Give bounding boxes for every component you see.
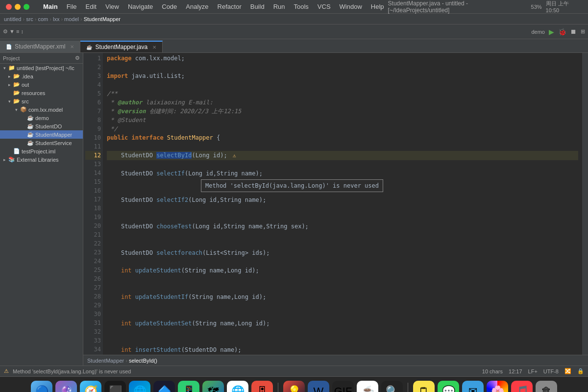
run-button[interactable]: ▶	[549, 28, 554, 36]
menu-code[interactable]: Code	[158, 2, 181, 11]
code-line-26	[107, 275, 578, 284]
tree-studentmapper-label: StudentMapper	[35, 132, 72, 138]
ide-main: Project ⚙ ▾ 📁 untitled [testProject] ~/I…	[0, 53, 588, 366]
breadcrumb-item-model[interactable]: model	[64, 16, 79, 22]
dock-terminal[interactable]: ⬛	[104, 381, 126, 392]
dock-gifsicle[interactable]: GIF	[332, 381, 354, 392]
dock-search[interactable]: 🔍	[381, 381, 403, 392]
editor-area[interactable]: 12345 678910 1112131415 1617181920 21222…	[83, 53, 588, 366]
code-line-13	[107, 160, 578, 169]
dock-siri[interactable]: 🔮	[55, 381, 77, 392]
dock-music[interactable]: 🎵	[511, 381, 533, 392]
code-line-34: int insertStudent(StudentDO name);	[107, 345, 578, 354]
dock-touchbar[interactable]: 🎛	[251, 381, 273, 392]
code-line-20: StudentDO chooseTest(Long id,String name…	[107, 222, 578, 231]
close-button[interactable]	[6, 4, 12, 10]
dock-messages[interactable]: 💬	[438, 381, 459, 392]
mac-menu: Main File Edit View Navigate Code Analyz…	[39, 2, 388, 11]
tree-item-resources[interactable]: 📂 resources	[0, 89, 83, 97]
window-controls[interactable]	[6, 4, 29, 10]
sidebar-header: Project ⚙	[0, 53, 83, 64]
bottom-breadcrumb-mapper[interactable]: StudentMapper	[87, 358, 124, 364]
menu-edit[interactable]: Edit	[82, 2, 100, 11]
stop-button[interactable]: ⏹	[570, 28, 577, 35]
tab-xml[interactable]: 📄 StudentMapper.xml ✕	[0, 41, 80, 52]
status-bar: ⚠ Method 'selectByld(java.lang.Long)' is…	[0, 366, 588, 376]
dock-java[interactable]: ☕	[357, 381, 378, 392]
tree-item-model-pkg[interactable]: ▾ 📦 com.lxx.model	[0, 105, 83, 114]
tree-item-external[interactable]: ▸ 📚 External Libraries	[0, 155, 83, 164]
dock-notes[interactable]: 🗒	[413, 381, 435, 392]
code-line-17: StudentDO selectIf2(Long id,String name)…	[107, 196, 578, 204]
dock-chrome[interactable]: 🌐	[227, 381, 248, 392]
dock-word[interactable]: W	[308, 381, 329, 392]
tab-java-label: StudentMapper.java	[95, 44, 147, 50]
tree-item-idea[interactable]: ▸ 📂 .idea	[0, 72, 83, 80]
code-line-29	[107, 301, 578, 310]
dock-safari[interactable]: 🧭	[80, 381, 101, 392]
menu-window[interactable]: Window	[336, 2, 366, 11]
breadcrumb-item-lxx[interactable]: lxx	[53, 16, 59, 22]
breadcrumb-item-com[interactable]: com	[38, 16, 49, 22]
dock-phone[interactable]: 📱	[178, 381, 199, 392]
code-line-31: int updateStudentSet(String name,Long id…	[107, 319, 578, 328]
tree-out-label: out	[22, 82, 29, 88]
tree-demo-label: demo	[35, 115, 49, 121]
breadcrumb: untitled › src › com › lxx › model › Stu…	[0, 14, 588, 24]
external-icon: 📚	[8, 156, 15, 163]
tree-item-iml[interactable]: 📄 testProject.iml	[0, 147, 83, 155]
project-sidebar: Project ⚙ ▾ 📁 untitled [testProject] ~/I…	[0, 53, 83, 366]
cursor-position: 12:17	[509, 368, 522, 374]
sidebar-toolbar[interactable]: ⚙	[75, 55, 80, 61]
menu-build[interactable]: Build	[246, 2, 269, 11]
breadcrumb-item-untitled[interactable]: untitled	[4, 16, 21, 22]
menu-analyze[interactable]: Analyze	[182, 2, 212, 11]
menu-file[interactable]: File	[63, 2, 81, 11]
menu-refactor[interactable]: Refactor	[214, 2, 245, 11]
tree-item-studentmapper[interactable]: ☕ StudentMapper	[0, 130, 83, 139]
dock-mail[interactable]: ✉	[462, 381, 484, 392]
minimize-button[interactable]	[15, 4, 21, 10]
tree-item-studentdo[interactable]: ☕ StudentDO	[0, 122, 83, 130]
scrollbar[interactable]	[582, 53, 588, 355]
dock-finder[interactable]: 🔵	[31, 381, 52, 392]
tree-item-studentservice[interactable]: ☕ StudentService	[0, 139, 83, 147]
menu-help[interactable]: Help	[367, 2, 388, 11]
bottom-breadcrumb-method[interactable]: selectById()	[129, 358, 157, 364]
menu-main[interactable]: Main	[39, 2, 62, 11]
dock-webstorm[interactable]: 🔷	[153, 381, 175, 392]
tree-item-demo[interactable]: ☕ demo	[0, 114, 83, 122]
tab-xml-close[interactable]: ✕	[70, 44, 74, 49]
clock: 周日 上午10:50	[546, 0, 582, 13]
java-icon: ☕	[27, 123, 34, 129]
folder-icon: 📂	[13, 73, 20, 79]
code-line-28: int updateStudentIf(String name,Long id)…	[107, 293, 578, 301]
tree-item-src[interactable]: ▾ 📂 src	[0, 97, 83, 105]
breadcrumb-item-src[interactable]: src	[26, 16, 33, 22]
menu-vcs[interactable]: VCS	[314, 2, 335, 11]
tab-java-close[interactable]: ✕	[152, 45, 156, 50]
menu-view[interactable]: View	[101, 2, 123, 11]
encoding: UTF-8	[543, 368, 559, 374]
tree-arrow: ▸	[7, 74, 12, 79]
maximize-button[interactable]	[24, 4, 29, 10]
menu-run[interactable]: Run	[270, 2, 289, 11]
breadcrumb-item-mapper[interactable]: StudentMapper	[84, 16, 121, 22]
toolbar-icons[interactable]: ⚙ ▼ ≡ ↕	[3, 28, 24, 35]
menu-navigate[interactable]: Navigate	[124, 2, 157, 11]
menu-tools[interactable]: Tools	[290, 2, 313, 11]
code-editor[interactable]: package com.lxx.model; import java.util.…	[103, 53, 582, 355]
layout-button[interactable]: ⊞	[581, 28, 585, 35]
tab-java[interactable]: ☕ StudentMapper.java ✕	[80, 41, 163, 52]
tree-src-label: src	[22, 98, 29, 104]
dock-intellij[interactable]: 💡	[283, 381, 305, 392]
code-line-8: * @Student	[107, 116, 578, 124]
tree-root[interactable]: ▾ 📁 untitled [testProject] ~/Ic	[0, 64, 83, 72]
git-icon[interactable]: 🔀	[564, 368, 571, 374]
dock-maps[interactable]: 🗺	[202, 381, 224, 392]
tree-item-out[interactable]: ▸ 📂 out	[0, 80, 83, 89]
dock-photos[interactable]: 🌸	[487, 381, 508, 392]
dock-edge[interactable]: 🌐	[129, 381, 150, 392]
debug-button[interactable]: 🐞	[558, 28, 566, 36]
dock-trash[interactable]: 🗑	[536, 381, 557, 392]
